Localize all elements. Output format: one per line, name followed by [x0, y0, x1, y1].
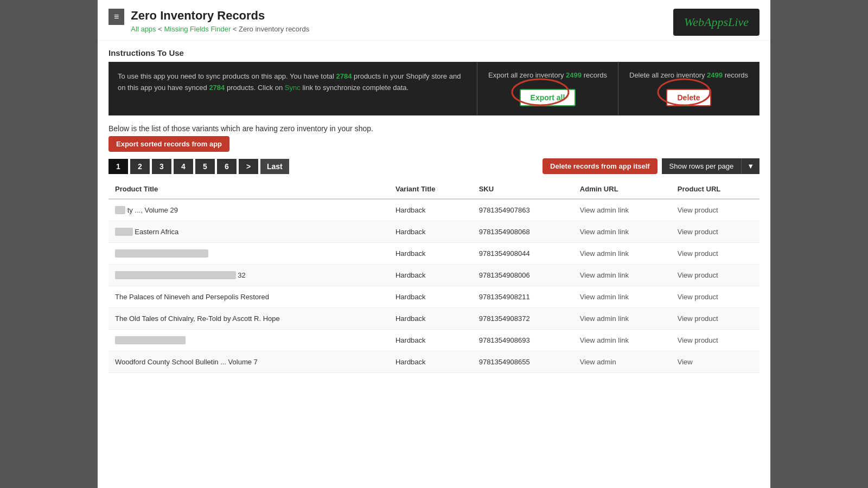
table-row: Trave Eastern AfricaHardback978135490806…	[108, 221, 760, 243]
product-url-cell[interactable]: View product	[671, 265, 760, 286]
product-link[interactable]: View product	[678, 314, 718, 323]
admin-link[interactable]: View admin link	[580, 336, 629, 344]
product-title-visible: Eastern Africa	[133, 228, 179, 236]
header-left: ≡ Zero Inventory Records All apps < Miss…	[108, 9, 309, 33]
breadcrumb-missing-fields[interactable]: Missing Fields Finder	[164, 25, 231, 33]
product-url-cell[interactable]: View product	[671, 308, 760, 330]
logo-accent: Live	[728, 15, 749, 29]
logo-box: WebAppsLive	[673, 9, 760, 36]
delete-tooltip: Delete records from app itself	[542, 158, 658, 174]
admin-link[interactable]: View admin link	[580, 249, 629, 258]
product-title-visible: The Palaces of Nineveh and Persepolis Re…	[115, 293, 269, 301]
table-row: The Palaces of Nineveh and Persepolis Re…	[108, 286, 760, 308]
col-variant-title: Variant Title	[389, 179, 473, 199]
product-link[interactable]: View product	[678, 271, 718, 279]
header: ≡ Zero Inventory Records All apps < Miss…	[98, 0, 770, 41]
admin-link[interactable]: View admin link	[580, 271, 629, 279]
export-tooltip: Export sorted records from app	[108, 136, 229, 152]
product-link[interactable]: View product	[678, 249, 718, 258]
export-count-suffix: records	[584, 71, 607, 79]
page-title: Zero Inventory Records	[131, 9, 309, 23]
admin-link[interactable]: View admin link	[580, 206, 629, 214]
admin-url-cell[interactable]: View admin link	[573, 265, 671, 286]
product-link[interactable]: View product	[678, 206, 718, 214]
product-link[interactable]: View	[678, 358, 693, 366]
admin-link[interactable]: View admin	[580, 358, 616, 366]
sku-cell: 9781354908655	[473, 351, 573, 373]
delete-count-suffix: records	[725, 71, 748, 79]
export-box: Export all zero inventory 2499 records E…	[477, 62, 618, 115]
admin-url-cell[interactable]: View admin link	[573, 221, 671, 243]
product-url-cell[interactable]: View product	[671, 243, 760, 265]
page-btn-5[interactable]: 5	[195, 159, 215, 174]
export-all-button[interactable]: Export all	[520, 89, 576, 106]
delete-count: 2499	[707, 71, 723, 79]
breadcrumb-current: Zero inventory records	[239, 25, 309, 33]
delete-label: Delete all zero inventory	[629, 71, 705, 79]
sku-cell: 9781354908006	[473, 265, 573, 286]
product-title-visible: 32	[236, 271, 246, 279]
inventory-table: Product Title Variant Title SKU Admin UR…	[108, 179, 760, 373]
export-count: 2499	[566, 71, 582, 79]
product-title-cell: The Old Tales of Chivalry, Re-Told by As…	[108, 308, 389, 330]
breadcrumb-all-apps[interactable]: All apps	[131, 25, 156, 33]
product-title-visible: ty ..., Volume 29	[125, 206, 178, 214]
admin-url-cell[interactable]: View admin	[573, 351, 671, 373]
page-btn-4[interactable]: 4	[174, 159, 193, 174]
admin-link[interactable]: View admin link	[580, 228, 629, 236]
table-row: The Old Stone Meeting House, 1731-1 32Ha…	[108, 265, 760, 286]
zero-inventory-description: Below is the list of those variants whic…	[108, 124, 373, 133]
page-btn-1[interactable]: 1	[108, 159, 128, 174]
sync-link[interactable]: Sync	[285, 84, 301, 92]
admin-url-cell[interactable]: View admin link	[573, 199, 671, 221]
variant-title-cell: Hardback	[389, 308, 473, 330]
variant-title-cell: Hardback	[389, 286, 473, 308]
col-admin-url: Admin URL	[573, 179, 671, 199]
admin-link[interactable]: View admin link	[580, 293, 629, 301]
col-sku: SKU	[473, 179, 573, 199]
page-btn-6[interactable]: 6	[217, 159, 237, 174]
admin-url-cell[interactable]: View admin link	[573, 308, 671, 330]
product-link[interactable]: View product	[678, 228, 718, 236]
table-row: Tra ty ..., Volume 29Hardback97813549078…	[108, 199, 760, 221]
product-title-visible: Woodford County School Bulletin ... Volu…	[115, 358, 258, 366]
product-url-cell[interactable]: View product	[671, 286, 760, 308]
rows-per-page-dropdown[interactable]: ▼	[741, 158, 760, 174]
variant-title-cell: Hardback	[389, 330, 473, 351]
page-btn-3[interactable]: 3	[152, 159, 171, 174]
admin-link[interactable]: View admin link	[580, 314, 629, 323]
sku-cell: 9781354908372	[473, 308, 573, 330]
menu-button[interactable]: ≡	[108, 9, 124, 25]
product-title-cell: The Old Testament Scriptures	[108, 243, 389, 265]
sku-cell: 9781354907863	[473, 199, 573, 221]
pagination: 123456>Last	[108, 159, 289, 174]
admin-url-cell[interactable]: View admin link	[573, 243, 671, 265]
sku-cell: 9781354908211	[473, 286, 573, 308]
total-products: 2784	[336, 72, 352, 80]
product-link[interactable]: View product	[678, 336, 718, 344]
table-row: The Old Testament ScripturesHardback9781…	[108, 243, 760, 265]
product-title-cell: The Palaces of Nineveh and Persepolis Re…	[108, 286, 389, 308]
product-url-cell[interactable]: View product	[671, 330, 760, 351]
page-btn->[interactable]: >	[239, 159, 258, 174]
page-btn-Last[interactable]: Last	[260, 159, 289, 174]
delete-button[interactable]: Delete	[666, 89, 711, 106]
page-btn-2[interactable]: 2	[130, 159, 150, 174]
breadcrumb: All apps < Missing Fields Finder < Zero …	[131, 25, 309, 33]
product-title-cell: William Elsie Quintque	[108, 330, 389, 351]
table-header-row: Product Title Variant Title SKU Admin UR…	[108, 179, 760, 199]
product-url-cell[interactable]: View product	[671, 221, 760, 243]
col-product-url: Product URL	[671, 179, 760, 199]
main-container: ≡ Zero Inventory Records All apps < Miss…	[98, 0, 770, 488]
variant-title-cell: Hardback	[389, 243, 473, 265]
rows-per-page-button[interactable]: Show rows per page	[662, 158, 742, 174]
product-url-cell[interactable]: View	[671, 351, 760, 373]
instructions-title: Instructions To Use	[98, 41, 770, 62]
product-title-visible: The Old Tales of Chivalry, Re-Told by As…	[115, 314, 280, 323]
admin-url-cell[interactable]: View admin link	[573, 330, 671, 351]
product-link[interactable]: View product	[678, 293, 718, 301]
product-url-cell[interactable]: View product	[671, 199, 760, 221]
product-title-cell: The Old Stone Meeting House, 1731-1 32	[108, 265, 389, 286]
admin-url-cell[interactable]: View admin link	[573, 286, 671, 308]
variant-title-cell: Hardback	[389, 221, 473, 243]
